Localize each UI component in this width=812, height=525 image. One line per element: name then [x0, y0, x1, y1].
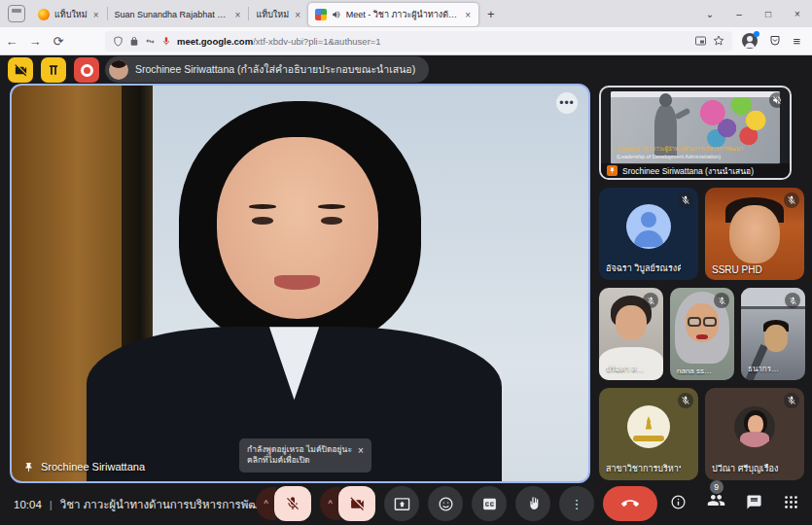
browser-tab-bar: แท็บใหม่ × Suan Sunandha Rajabhat Univer…: [0, 0, 812, 27]
pocket-icon[interactable]: [769, 35, 781, 47]
clock-time: 10:04: [14, 499, 42, 510]
firefox-view-icon[interactable]: [8, 5, 25, 22]
minimize-icon[interactable]: –: [724, 9, 754, 19]
presenter-status-pill[interactable]: Srochinee Siriwattana (กำลังใส่คำอธิบายป…: [105, 56, 429, 83]
close-icon[interactable]: ×: [92, 10, 100, 20]
participant-tile[interactable]: สาขาวิชาการบริหารการ…: [599, 388, 698, 480]
main-video-name: Srochinee Siriwattana: [41, 461, 145, 472]
mic-off-icon: [643, 293, 658, 308]
new-tab-button[interactable]: +: [478, 7, 504, 21]
call-end-icon: [621, 495, 639, 512]
tab-university[interactable]: Suan Sunandha Rajabhat University ×: [108, 3, 249, 26]
close-icon[interactable]: ×: [234, 10, 242, 20]
slide-color-splash: [698, 97, 769, 149]
end-call-button[interactable]: [603, 486, 657, 521]
camera-off-button[interactable]: [338, 486, 375, 521]
participant-name: ธนากร…: [748, 363, 788, 375]
meeting-details-icon[interactable]: [670, 494, 687, 510]
reactions-button[interactable]: [428, 486, 463, 521]
speaker-mouth: [274, 275, 319, 290]
participant-tile[interactable]: อัจฉรา วิบูลย์รณรงค์: [599, 188, 698, 280]
notification-dot: [754, 31, 759, 37]
tab-new-tab-1[interactable]: แท็บใหม่ ×: [31, 3, 107, 26]
tab-new-tab-2[interactable]: แท็บใหม่ ×: [249, 3, 308, 26]
presentation-tile[interactable]: DAD8202 วิชา ภาวะผู้นำทางด้านการบริหารกา…: [599, 86, 792, 180]
annotation-tool-icon: [47, 63, 60, 77]
close-window-icon[interactable]: ×: [783, 9, 812, 19]
mic-control-group: ^: [256, 486, 311, 521]
url-text[interactable]: meet.google.com/xtf-xbdv-ubi?pli=1&authu…: [177, 36, 688, 47]
menu-icon[interactable]: ≡: [793, 34, 800, 49]
recording-indicator[interactable]: [74, 57, 99, 83]
address-bar[interactable]: meet.google.com/xtf-xbdv-ubi?pli=1&authu…: [105, 31, 732, 52]
shield-icon[interactable]: [113, 36, 124, 47]
meeting-name: วิชา ภาวะผู้นำทางด้านการบริหารการพัฒนา: [60, 496, 272, 513]
participants-count-badge: 9: [710, 480, 724, 494]
chat-panel-icon[interactable]: [746, 494, 762, 510]
url-domain: meet.google.com: [177, 36, 253, 47]
participant-name: ปริมดา ส…: [606, 363, 646, 375]
annotation-tool-button[interactable]: [41, 57, 66, 83]
mic-off-icon: [714, 293, 729, 308]
list-all-tabs-icon[interactable]: ⌄: [695, 9, 724, 19]
participant-tile[interactable]: ธนากร…: [741, 288, 805, 380]
close-icon[interactable]: ×: [294, 10, 301, 20]
mic-muted-button[interactable]: [274, 486, 311, 521]
mic-off-icon: [678, 192, 693, 208]
forward-icon[interactable]: →: [23, 34, 47, 49]
participant-tile[interactable]: SSRU PHD: [705, 188, 804, 280]
mic-in-use-icon[interactable]: [161, 36, 171, 47]
participant-tile[interactable]: ปวีณา ศรีบุญเรือง: [705, 388, 804, 480]
tab-audio-icon[interactable]: [332, 10, 341, 19]
meet-bottom-bar: 10:04 | วิชา ภาวะผู้นำทางด้านการบริหารกา…: [0, 483, 812, 525]
raise-hand-button[interactable]: [515, 486, 550, 521]
pin-icon: [23, 462, 34, 472]
picture-in-picture-icon[interactable]: [694, 35, 707, 47]
tile-more-options-button[interactable]: •••: [556, 92, 578, 114]
firefox-icon: [38, 9, 50, 20]
google-meet-icon: [315, 9, 327, 20]
back-icon[interactable]: ←: [0, 34, 23, 49]
participant-name: อัจฉรา วิบูลย์รณรงค์: [606, 262, 681, 275]
more-options-button[interactable]: ⋮: [559, 486, 594, 521]
camera-options-button[interactable]: ^: [320, 487, 340, 520]
url-path: /xtf-xbdv-ubi?pli=1&authuser=1: [253, 36, 381, 47]
main-video-tile[interactable]: ••• Srochinee Siriwattana กำลังพูดอยู่เห…: [10, 84, 590, 483]
permissions-icon[interactable]: [145, 36, 156, 47]
participant-name: nana ss…: [677, 367, 717, 375]
lock-icon[interactable]: [129, 36, 139, 47]
reload-icon[interactable]: ⟳: [47, 34, 70, 49]
captions-button[interactable]: [472, 486, 507, 521]
participant-tile[interactable]: ปริมดา ส…: [599, 288, 663, 380]
slide-title: DAD8202 วิชา ภาวะผู้นำทางด้านการบริหารกา…: [617, 145, 743, 153]
close-icon[interactable]: ×: [464, 10, 472, 20]
tab-title: แท็บใหม่: [54, 8, 88, 21]
mic-off-icon: [285, 496, 300, 511]
people-panel-button[interactable]: 9: [707, 491, 725, 513]
activities-grid-icon[interactable]: [783, 494, 799, 510]
tab-meet-active[interactable]: Meet - วิชา ภาวะผู้นำทางด้า… ×: [308, 3, 478, 26]
bookmark-star-icon[interactable]: [713, 35, 724, 47]
camera-off-icon: [14, 63, 28, 78]
speaker-shirt: [269, 327, 319, 400]
annotation-camera-off-button[interactable]: [8, 57, 33, 83]
maximize-icon[interactable]: □: [754, 9, 783, 19]
presentation-label-text: Srochinee Siriwattana (งานนำเสนอ): [622, 164, 754, 178]
present-screen-button[interactable]: [384, 486, 419, 521]
mic-off-icon: [784, 393, 799, 408]
presentation-label: Srochinee Siriwattana (งานนำเสนอ): [601, 163, 790, 178]
participants-sidebar: DAD8202 วิชา ภาวะผู้นำทางด้านการบริหารกา…: [599, 86, 805, 488]
mic-muted-tooltip: กำลังพูดอยู่เหรอ ไมค์ปิดอยู่นะคลิกที่ไมค…: [239, 438, 371, 472]
participant-name: สาขาวิชาการบริหารการ…: [606, 462, 681, 475]
shared-slide: DAD8202 วิชา ภาวะผู้นำทางด้านการบริหารกา…: [611, 91, 780, 164]
tab-title: Suan Sunandha Rajabhat University: [115, 10, 229, 19]
call-controls: ^ ^: [256, 486, 657, 521]
smiley-icon: [438, 496, 454, 512]
participant-video-face: [764, 325, 788, 352]
app-window: แท็บใหม่ × Suan Sunandha Rajabhat Univer…: [0, 0, 812, 525]
mic-options-button[interactable]: ^: [256, 487, 276, 520]
meeting-panels: 9: [670, 491, 799, 513]
close-icon[interactable]: ×: [358, 444, 364, 458]
firefox-account-icon[interactable]: [742, 33, 758, 49]
participant-tile[interactable]: nana ss…: [670, 288, 734, 380]
